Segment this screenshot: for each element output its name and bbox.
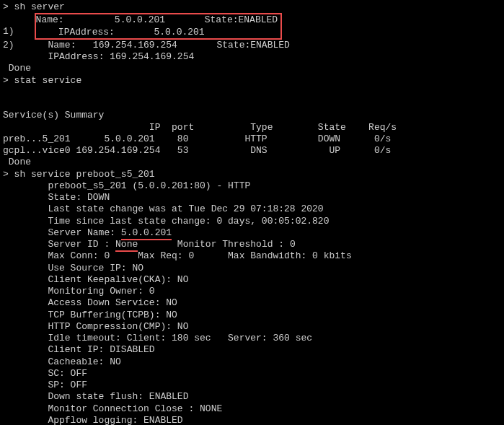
detail-access-down: Access Down Service: NO — [3, 297, 501, 309]
server-2-index: 2) — [3, 40, 14, 51]
server-1-name-label: Name: — [36, 14, 64, 25]
cmd-sh-server[interactable]: > sh server — [3, 1, 501, 13]
detail-tcpb: TCP Buffering(TCPB): NO — [3, 310, 501, 321]
detail-down-state-flush: Down state flush: ENABLED — [3, 391, 501, 403]
detail-max-conn: Max Conn: 0 Max Req: 0 Max Bandwidth: 0 … — [3, 250, 501, 262]
server-1-name: 5.0.0.201 — [115, 14, 165, 25]
blank-1 — [3, 87, 501, 98]
service-summary-title: Service(s) Summary — [3, 110, 501, 121]
detail-cacheable: Cacheable: NO — [3, 356, 501, 368]
done-1: Done — [3, 63, 501, 74]
done-2: Done — [3, 157, 501, 168]
server-2-line2: IPAddress: 169.254.169.254 — [48, 51, 194, 62]
server-1-highlight: Name: 5.0.0.201 State:ENABLED IPAddress:… — [35, 13, 282, 40]
detail-sp: SP: OFF — [3, 380, 501, 391]
server-1-row: 1)Name: 5.0.0.201 State:ENABLED IPAddres… — [3, 13, 501, 40]
cmd-sh-service[interactable]: > sh service preboot_s5_201 — [3, 169, 501, 180]
detail-client-ip: Client IP: DISABLED — [3, 344, 501, 356]
detail-use-source-ip: Use Source IP: NO — [3, 263, 501, 274]
service-row-1: preb...5_201 5.0.0.201 80 HTTP DOWN 0/s — [3, 133, 501, 145]
service-row-2: gcpl...vice0 169.254.169.254 53 DNS UP 0… — [3, 145, 501, 157]
server-2-row: 2) Name: 169.254.169.254 State:ENABLED — [3, 40, 501, 51]
server-2-ip-row: IPAddress: 169.254.169.254 — [3, 51, 501, 63]
server-1-ip-label: IPAddress: — [58, 27, 115, 38]
server-1-index: 1) — [3, 27, 14, 38]
server-1-ip: 5.0.0.201 — [154, 27, 204, 38]
blank-2 — [3, 98, 501, 110]
detail-time-since: Time since last state change: 0 days, 00… — [3, 216, 501, 227]
detail-idle-timeout: Idle timeout: Client: 180 sec Server: 36… — [3, 333, 501, 344]
server-1-state: ENABLED — [238, 14, 278, 25]
detail-server-id-label: Server ID : — [3, 239, 115, 250]
detail-monitor-conn-close: Monitor Connection Close : NONE — [3, 403, 501, 415]
detail-monitor-owner: Monitoring Owner: 0 — [3, 286, 501, 297]
cmd-stat-service[interactable]: > stat service — [3, 75, 501, 87]
detail-sc: SC: OFF — [3, 368, 501, 380]
detail-cka: Client Keepalive(CKA): NO — [3, 274, 501, 286]
detail-name: preboot_s5_201 (5.0.0.201:80) - HTTP — [3, 180, 501, 192]
detail-server-name: Server Name: 5.0.0.201 — [3, 227, 501, 239]
detail-server-id: Server ID : None Monitor Threshold : 0 — [3, 239, 501, 250]
detail-server-name-label: Server Name: — [3, 227, 121, 238]
detail-last-change: Last state change was at Tue Dec 29 07:1… — [3, 203, 501, 215]
detail-monitor-threshold: Monitor Threshold : 0 — [138, 239, 295, 250]
detail-appflow: Appflow logging: ENABLED — [3, 415, 501, 425]
server-1-state-label: State: — [205, 14, 239, 25]
detail-state: State: DOWN — [3, 192, 501, 203]
service-header: IP port Type State Req/s — [3, 122, 501, 133]
detail-cmp: HTTP Compression(CMP): NO — [3, 321, 501, 333]
server-2-line1: Name: 169.254.169.254 State:ENABLED — [48, 40, 289, 51]
